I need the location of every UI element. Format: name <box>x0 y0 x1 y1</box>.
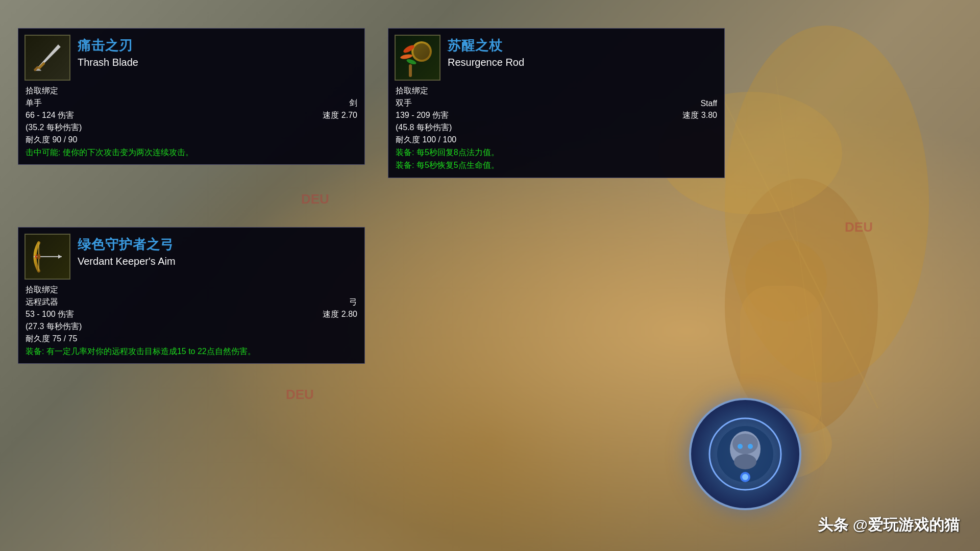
svg-point-22 <box>413 43 430 60</box>
item-icon-thrash-blade <box>24 35 70 81</box>
tooltip-resurgence-rod: 苏醒之杖 Resurgence Rod 拾取绑定 双手 Staff 139 - … <box>388 28 725 178</box>
item-name-cn-3: 绿色守护者之弓 <box>78 236 358 254</box>
item-equip-3: 装备: 有一定几率对你的远程攻击目标造成15 to 22点自然伤害。 <box>26 346 357 357</box>
item-hand-2: 双手 <box>396 98 412 109</box>
svg-rect-20 <box>38 62 45 69</box>
item-type-3: 弓 <box>349 297 357 308</box>
item-durability-1: 耐久度 90 / 90 <box>26 135 357 145</box>
item-damage-2: 139 - 209 伤害 <box>396 110 449 121</box>
svg-rect-26 <box>409 64 412 77</box>
item-equip-1: 击中可能: 使你的下次攻击变为两次连续攻击。 <box>26 147 357 158</box>
item-durability-2: 耐久度 100 / 100 <box>396 135 717 145</box>
item-name-en-1: Thrash Blade <box>78 57 358 68</box>
svg-point-14 <box>748 444 753 449</box>
item-bind-2: 拾取绑定 <box>396 86 717 96</box>
item-durability-3: 耐久度 75 / 75 <box>26 334 357 344</box>
item-speed-1: 速度 2.70 <box>323 110 357 121</box>
tooltip-verdant-bow: 绿色守护者之弓 Verdant Keeper's Aim 拾取绑定 远程武器 弓… <box>18 227 365 364</box>
bg-medallion <box>689 398 801 510</box>
item-damage-3: 53 - 100 伤害 <box>26 309 74 320</box>
item-icon-verdant-bow <box>24 234 70 280</box>
item-equip2-2: 装备: 每5秒恢复5点生命值。 <box>396 160 717 171</box>
item-name-en-3: Verdant Keeper's Aim <box>78 256 358 267</box>
item-hand-3: 远程武器 <box>26 297 58 308</box>
svg-point-13 <box>738 444 743 449</box>
item-equip1-2: 装备: 每5秒回复8点法力值。 <box>396 147 717 158</box>
svg-marker-29 <box>58 255 62 259</box>
item-name-cn-2: 苏醒之杖 <box>448 37 718 55</box>
item-dps-1: (35.2 每秒伤害) <box>26 122 357 133</box>
svg-point-16 <box>742 474 748 480</box>
item-hand-1: 单手 <box>26 98 42 109</box>
item-dps-2: (45.8 每秒伤害) <box>396 122 717 133</box>
item-type-2: Staff <box>700 99 717 108</box>
svg-point-24 <box>400 53 412 59</box>
svg-rect-31 <box>37 254 40 259</box>
item-bind-3: 拾取绑定 <box>26 285 357 295</box>
item-name-cn-1: 痛击之刃 <box>78 37 358 55</box>
item-name-en-2: Resurgence Rod <box>448 57 718 68</box>
item-dps-3: (27.3 每秒伤害) <box>26 321 357 332</box>
item-damage-1: 66 - 124 伤害 <box>26 110 74 121</box>
item-bind-1: 拾取绑定 <box>26 86 357 96</box>
tooltip-thrash-blade: 痛击之刃 Thrash Blade 拾取绑定 单手 剑 66 - 124 伤害 … <box>18 28 365 165</box>
item-speed-2: 速度 3.80 <box>682 110 717 121</box>
item-speed-3: 速度 2.80 <box>323 309 357 320</box>
footer-text: 头条 @爱玩游戏的猫 <box>818 515 960 536</box>
item-type-1: 剑 <box>349 98 357 109</box>
item-icon-resurgence-rod <box>395 35 440 81</box>
svg-point-12 <box>734 454 756 469</box>
svg-point-11 <box>732 434 758 454</box>
